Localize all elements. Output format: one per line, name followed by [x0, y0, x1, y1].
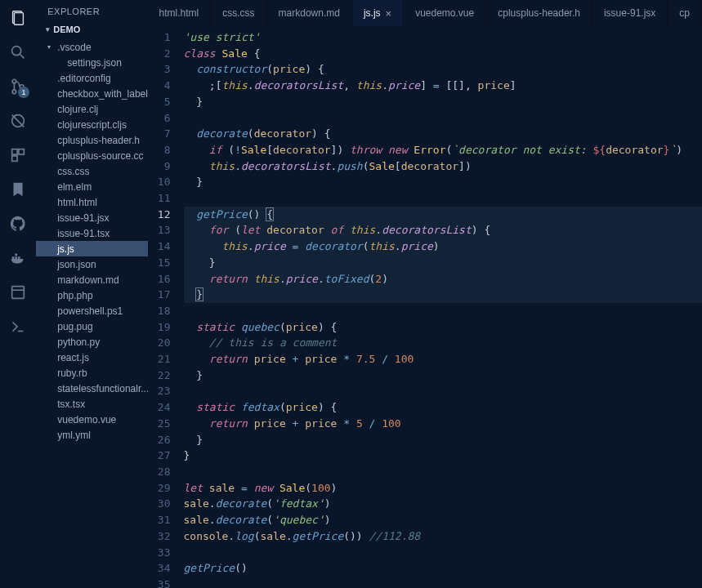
code-line[interactable]: this.decoratorsList.push(Sale[decorator]… — [184, 158, 702, 175]
output-icon[interactable] — [8, 283, 28, 302]
line-number: 11 — [148, 190, 171, 207]
tab-label: cp — [679, 7, 690, 19]
code-line[interactable]: return price + price * 7.5 / 100 — [184, 351, 702, 368]
source-control-badge: 1 — [18, 87, 29, 98]
bookmark-icon[interactable] — [8, 180, 28, 199]
file-tree-item[interactable]: js.js — [36, 241, 147, 256]
line-number: 17 — [148, 287, 171, 303]
file-tree-label: react.js — [57, 352, 89, 363]
code-line[interactable]: getPrice() — [184, 560, 702, 577]
code-line[interactable]: } — [184, 94, 702, 110]
code-line[interactable]: 'use strict' — [184, 29, 702, 46]
code-line[interactable] — [184, 464, 702, 480]
editor-tab[interactable]: markdown.md — [267, 0, 352, 26]
line-number: 12 — [148, 207, 171, 223]
tab-label: js.js — [364, 7, 381, 19]
file-tree-item[interactable]: .editorconfig — [36, 70, 147, 86]
source-control-icon[interactable]: 1 — [8, 77, 28, 96]
file-tree-item[interactable]: cplusplus-header.h — [36, 132, 147, 148]
code-editor[interactable]: 1234567891011121314151617181920212223242… — [148, 26, 702, 588]
editor-tab[interactable]: html.html — [148, 0, 212, 26]
explorer-sidebar: EXPLORER ▾ DEMO ▾.vscodesettings.json.ed… — [36, 0, 147, 588]
extensions-icon[interactable] — [8, 145, 28, 165]
code-line[interactable]: static quebec(price) { — [184, 319, 702, 336]
github-icon[interactable] — [8, 214, 28, 234]
code-line[interactable]: return price + price * 5 / 100 — [184, 416, 702, 432]
file-tree-item[interactable]: html.html — [36, 194, 147, 210]
code-line[interactable]: // this is a comment — [184, 335, 702, 351]
code-line[interactable]: constructor(price) { — [184, 61, 702, 78]
editor-tab[interactable]: css.css — [211, 0, 266, 26]
code-line[interactable]: ;[this.decoratorsList, this.price] = [[]… — [184, 78, 702, 94]
file-tree-item[interactable]: css.css — [36, 163, 147, 179]
file-tree-item[interactable]: yml.yml — [36, 427, 147, 443]
code-line[interactable]: console.log(sale.getPrice()) //112.88 — [184, 528, 702, 545]
code-line[interactable]: return this.price.toFixed(2) — [184, 271, 702, 287]
file-tree-label: json.json — [57, 259, 96, 270]
file-tree-item[interactable]: cplusplus-source.cc — [36, 148, 147, 163]
file-tree-item[interactable]: ruby.rb — [36, 365, 147, 381]
editor-tab[interactable]: cplusplus-header.h — [486, 0, 592, 26]
editor-tab[interactable]: js.js× — [352, 0, 404, 26]
file-tree-item[interactable]: issue-91.tsx — [36, 225, 147, 241]
editor-tab[interactable]: vuedemo.vue — [404, 0, 486, 26]
debug-icon[interactable] — [8, 111, 28, 131]
explorer-icon[interactable] — [8, 8, 28, 28]
line-number: 3 — [148, 61, 171, 78]
code-content[interactable]: 'use strict'class Sale { constructor(pri… — [184, 29, 702, 588]
file-tree-item[interactable]: markdown.md — [36, 272, 147, 287]
file-tree-item[interactable]: settings.json — [36, 55, 147, 70]
line-number: 14 — [148, 238, 171, 255]
code-line[interactable]: class Sale { — [184, 46, 702, 62]
code-line[interactable]: decorate(decorator) { — [184, 126, 702, 142]
file-tree-label: php.php — [57, 290, 92, 301]
folder-header[interactable]: ▾ DEMO — [36, 21, 147, 38]
code-line[interactable]: } — [184, 255, 702, 271]
file-tree-item[interactable]: issue-91.jsx — [36, 210, 147, 225]
code-line[interactable]: this.price = decorator(this.price) — [184, 238, 702, 255]
code-line[interactable]: sale.decorate('fedtax') — [184, 496, 702, 512]
svg-point-5 — [12, 90, 16, 94]
code-line[interactable]: getPrice() { — [184, 207, 702, 223]
code-line[interactable] — [184, 577, 702, 588]
line-number: 29 — [148, 480, 171, 497]
code-line[interactable]: } — [184, 287, 702, 303]
code-line[interactable]: } — [184, 174, 702, 190]
code-line[interactable]: if (!Sale[decorator]) throw new Error(`d… — [184, 142, 702, 158]
file-tree-item[interactable]: json.json — [36, 256, 147, 272]
file-tree-item[interactable]: clojure.clj — [36, 101, 147, 117]
file-tree-item[interactable]: pug.pug — [36, 318, 147, 334]
docker-icon[interactable] — [8, 248, 28, 268]
file-tree-item[interactable]: python.py — [36, 334, 147, 350]
file-tree-item[interactable]: elm.elm — [36, 179, 147, 194]
code-line[interactable] — [184, 303, 702, 319]
code-line[interactable]: let sale = new Sale(100) — [184, 480, 702, 497]
code-line[interactable] — [184, 110, 702, 127]
file-tree-item[interactable]: ▾.vscode — [36, 39, 147, 55]
file-tree-item[interactable]: vuedemo.vue — [36, 412, 147, 427]
code-line[interactable]: } — [184, 448, 702, 464]
code-line[interactable] — [184, 190, 702, 207]
code-line[interactable] — [184, 383, 702, 399]
file-tree-item[interactable]: powershell.ps1 — [36, 303, 147, 318]
close-icon[interactable]: × — [386, 7, 392, 20]
line-number: 19 — [148, 319, 171, 336]
file-tree-item[interactable]: clojurescript.cljs — [36, 117, 147, 132]
code-line[interactable]: static fedtax(price) { — [184, 399, 702, 416]
search-icon[interactable] — [8, 42, 28, 62]
code-line[interactable]: for (let decorator of this.decoratorsLis… — [184, 222, 702, 238]
file-tree-item[interactable]: php.php — [36, 287, 147, 303]
terminal-icon[interactable] — [8, 317, 28, 336]
file-tree-item[interactable]: tsx.tsx — [36, 396, 147, 412]
code-line[interactable]: sale.decorate('quebec') — [184, 512, 702, 528]
code-line[interactable] — [184, 545, 702, 561]
editor-tab[interactable]: cp — [668, 0, 702, 26]
line-number: 31 — [148, 512, 171, 528]
code-line[interactable]: } — [184, 432, 702, 448]
code-line[interactable]: } — [184, 368, 702, 384]
file-tree-item[interactable]: statelessfunctionalr... — [36, 381, 147, 396]
editor-tab[interactable]: issue-91.jsx — [592, 0, 668, 26]
file-tree-item[interactable]: react.js — [36, 350, 147, 365]
file-tree-item[interactable]: checkbox_with_label... — [36, 86, 147, 101]
svg-rect-1 — [15, 13, 24, 25]
